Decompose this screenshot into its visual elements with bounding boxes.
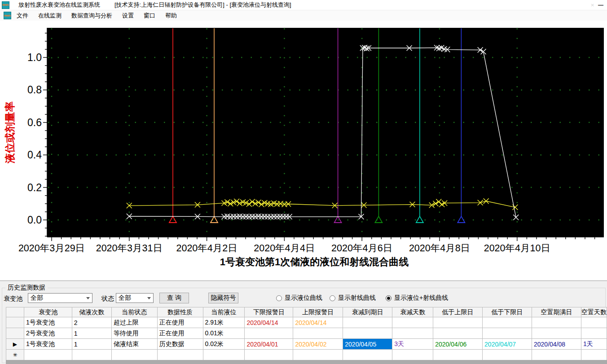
table-cell[interactable] bbox=[245, 350, 293, 360]
table-cell[interactable] bbox=[343, 317, 392, 328]
column-header[interactable]: 衰减天数 bbox=[392, 307, 433, 317]
table-cell[interactable]: 储液结束 bbox=[111, 339, 157, 350]
hide-symbols-button[interactable]: 隐藏符号 bbox=[208, 293, 238, 303]
mdi-child-icon[interactable]: RNRi bbox=[4, 12, 11, 19]
column-header[interactable]: 衰减到期日 bbox=[343, 307, 392, 317]
table-cell[interactable]: 2020/04/14 bbox=[245, 317, 293, 328]
chart-title: 1号衰变池第1次储液的液位和射线混合曲线 bbox=[220, 256, 409, 268]
table-cell[interactable] bbox=[392, 350, 433, 360]
menu-item-help[interactable]: 帮助 bbox=[161, 10, 181, 21]
table-cell[interactable]: 2020/04/06 bbox=[433, 339, 483, 350]
status-filter-dropdown[interactable]: 全部 bbox=[116, 293, 154, 303]
window-title: 放射性废水衰变池在线监测系统[技术支持:上海仁日辐射防护设备有限公司] - [衰… bbox=[18, 1, 291, 9]
pool-filter-dropdown[interactable]: 全部 bbox=[28, 293, 92, 303]
table-cell[interactable] bbox=[581, 328, 607, 339]
table-cell[interactable]: 2号衰变池 bbox=[24, 328, 72, 339]
radio-show-level-plus-ray-curve[interactable]: 显示液位+射线曲线 bbox=[386, 294, 448, 302]
radio-icon[interactable] bbox=[330, 295, 335, 301]
svg-text:2020年4月8日: 2020年4月8日 bbox=[409, 243, 470, 254]
table-cell[interactable] bbox=[483, 317, 532, 328]
table-cell[interactable] bbox=[532, 350, 581, 360]
table-cell[interactable]: 2020/04/07 bbox=[483, 339, 532, 350]
chart-area: 0.00.20.40.60.81.02020年3月29日2020年3月31日20… bbox=[0, 21, 607, 281]
title-bar: RNRi 放射性废水衰变池在线监测系统[技术支持:上海仁日辐射防护设备有限公司]… bbox=[0, 0, 607, 10]
chevron-down-icon[interactable] bbox=[84, 294, 92, 303]
column-header[interactable]: 上限报警日 bbox=[293, 307, 343, 317]
table-cell[interactable] bbox=[293, 350, 343, 360]
row-indicator[interactable]: ✳ bbox=[6, 350, 24, 360]
history-table: 衰变池储液次数当前状态数据性质当前液位下限报警日上限报警日衰减到期日衰减天数低于… bbox=[6, 307, 607, 360]
table-cell[interactable] bbox=[392, 317, 433, 328]
radio-icon[interactable] bbox=[276, 295, 282, 301]
status-filter-value: 全部 bbox=[119, 294, 131, 302]
radio-show-ray-curve[interactable]: 显示射线曲线 bbox=[330, 294, 376, 302]
table-cell[interactable] bbox=[24, 350, 72, 360]
column-header[interactable]: 低于上限日 bbox=[433, 307, 483, 317]
table-cell[interactable] bbox=[433, 317, 483, 328]
menu-item-file[interactable]: 文件 bbox=[12, 10, 33, 21]
table-cell[interactable]: 1 bbox=[72, 339, 111, 350]
table-cell[interactable] bbox=[392, 328, 433, 339]
table-cell[interactable]: 历史数据 bbox=[157, 339, 203, 350]
table-cell[interactable]: 0.01米 bbox=[203, 328, 245, 339]
query-button[interactable]: 查 询 bbox=[159, 293, 189, 303]
table-cell[interactable]: 2020/04/08 bbox=[532, 339, 581, 350]
close-icon[interactable]: ✕ bbox=[591, 3, 594, 8]
table-cell[interactable] bbox=[343, 350, 392, 360]
menu-item-window[interactable]: 窗口 bbox=[139, 10, 160, 21]
radio-icon[interactable] bbox=[386, 295, 391, 301]
table-cell[interactable]: 2020/04/14 bbox=[293, 317, 343, 328]
column-header[interactable]: 当前液位 bbox=[203, 307, 245, 317]
table-cell[interactable] bbox=[203, 350, 245, 360]
menu-item-settings[interactable]: 设置 bbox=[118, 10, 138, 21]
row-indicator[interactable]: ▶ bbox=[6, 339, 24, 350]
svg-text:2020年3月31日: 2020年3月31日 bbox=[96, 243, 163, 254]
table-cell[interactable]: 正在使用 bbox=[157, 317, 203, 328]
table-cell[interactable] bbox=[245, 328, 293, 339]
table-cell[interactable]: 2.91米 bbox=[203, 317, 245, 328]
table-cell[interactable] bbox=[343, 328, 392, 339]
table-cell[interactable]: 2 bbox=[72, 317, 111, 328]
chevron-down-icon[interactable] bbox=[145, 294, 153, 303]
table-cell[interactable] bbox=[483, 328, 532, 339]
minimize-icon[interactable]: — bbox=[598, 2, 603, 8]
menu-item-data-query-analysis[interactable]: 数据查询与分析 bbox=[67, 10, 117, 21]
table-cell[interactable]: 1号衰变池 bbox=[24, 339, 72, 350]
table-cell[interactable]: 正在使用 bbox=[157, 328, 203, 339]
table-cell[interactable] bbox=[72, 350, 111, 360]
column-header[interactable]: 空置天数 bbox=[581, 307, 607, 317]
table-row: 1号衰变池2超过上限正在使用2.91米2020/04/142020/04/14 bbox=[6, 317, 607, 328]
menu-item-online-monitor[interactable]: 在线监测 bbox=[34, 10, 66, 21]
table-cell[interactable]: 0.02米 bbox=[203, 339, 245, 350]
table-cell[interactable] bbox=[532, 317, 581, 328]
column-header[interactable]: 下限报警日 bbox=[245, 307, 293, 317]
table-cell[interactable]: 1号衰变池 bbox=[24, 317, 72, 328]
column-header[interactable]: 衰变池 bbox=[24, 307, 72, 317]
table-cell[interactable]: 2020/04/05 bbox=[343, 339, 392, 350]
table-cell[interactable]: 1天 bbox=[581, 339, 607, 350]
column-header[interactable]: 数据性质 bbox=[157, 307, 203, 317]
table-cell[interactable]: 超过上限 bbox=[111, 317, 157, 328]
table-cell[interactable]: 等待使用 bbox=[111, 328, 157, 339]
table-cell[interactable] bbox=[111, 350, 157, 360]
table-cell[interactable] bbox=[293, 328, 343, 339]
table-corner-cell[interactable] bbox=[6, 307, 24, 317]
radio-show-level-curve[interactable]: 显示液位曲线 bbox=[276, 294, 322, 302]
column-header[interactable]: 低于下限日 bbox=[483, 307, 532, 317]
table-cell[interactable] bbox=[157, 350, 203, 360]
table-cell[interactable] bbox=[433, 350, 483, 360]
table-cell[interactable] bbox=[433, 328, 483, 339]
row-indicator[interactable] bbox=[6, 328, 24, 339]
table-cell[interactable] bbox=[581, 350, 607, 360]
column-header[interactable]: 储液次数 bbox=[72, 307, 111, 317]
table-cell[interactable] bbox=[483, 350, 532, 360]
table-cell[interactable] bbox=[532, 328, 581, 339]
table-cell[interactable]: 1 bbox=[72, 328, 111, 339]
row-indicator[interactable] bbox=[6, 317, 24, 328]
table-cell[interactable]: 2020/04/01 bbox=[245, 339, 293, 350]
column-header[interactable]: 空置期满日 bbox=[532, 307, 581, 317]
table-cell[interactable] bbox=[581, 317, 607, 328]
table-cell[interactable]: 3天 bbox=[392, 339, 433, 350]
table-cell[interactable]: 2020/04/02 bbox=[293, 339, 343, 350]
column-header[interactable]: 当前状态 bbox=[111, 307, 157, 317]
